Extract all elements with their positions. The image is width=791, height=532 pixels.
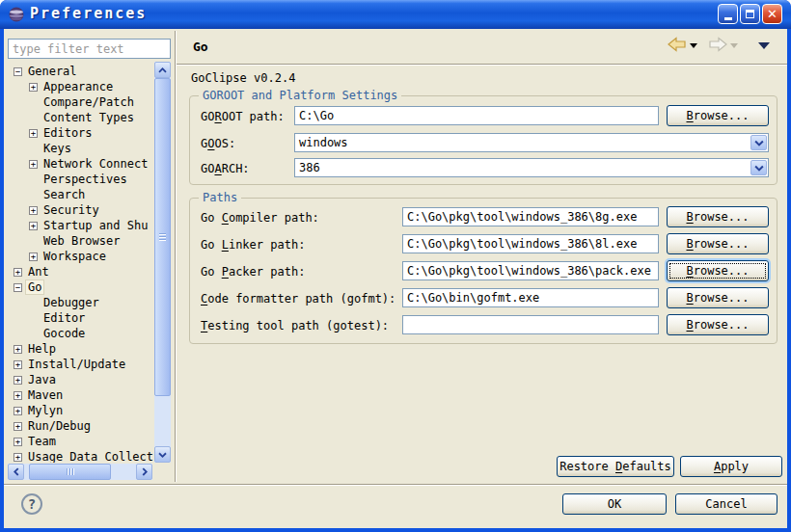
combo-dropdown-icon[interactable]: [750, 135, 767, 150]
expander-plus-icon[interactable]: +: [14, 345, 22, 354]
title-bar[interactable]: Preferences ✕: [0, 0, 791, 29]
tree-item-compare-patch[interactable]: Compare/Patch: [8, 94, 154, 110]
scroll-left-button[interactable]: [8, 464, 24, 480]
tree-item-workspace[interactable]: +Workspace: [8, 249, 154, 264]
tree-item-content-types[interactable]: Content Types: [8, 110, 154, 125]
go-packer-path-input[interactable]: [402, 261, 659, 280]
expander-minus-icon[interactable]: −: [14, 283, 22, 292]
scroll-down-button[interactable]: [154, 446, 171, 463]
close-button[interactable]: ✕: [762, 4, 782, 24]
ok-button[interactable]: OK: [562, 493, 667, 515]
tree-item-label: Compare/Patch: [41, 95, 136, 109]
tree-item-help[interactable]: +Help: [8, 341, 154, 357]
expander-plus-icon[interactable]: +: [29, 160, 38, 169]
tree-item-web-browser[interactable]: Web Browser: [8, 233, 154, 249]
tree-item-label: Mylyn: [26, 404, 65, 417]
tree-item-editor[interactable]: Editor: [8, 310, 154, 326]
formatter-browse-button[interactable]: Browse...: [667, 287, 769, 308]
tree-item-search[interactable]: Search: [8, 187, 154, 202]
tree-item-mylyn[interactable]: +Mylyn: [8, 403, 154, 418]
header-separator: [177, 64, 787, 65]
footer-separator: [4, 484, 787, 485]
testing-tool-path-input[interactable]: [402, 315, 659, 334]
minimize-button[interactable]: [718, 4, 738, 24]
tree-item-perspectives[interactable]: Perspectives: [8, 172, 154, 187]
expander-plus-icon[interactable]: +: [14, 268, 22, 277]
minimize-icon: [724, 17, 732, 20]
scroll-right-button[interactable]: [136, 464, 152, 480]
goarch-select[interactable]: 386: [294, 158, 769, 177]
code-formatter-path-input[interactable]: [402, 288, 659, 307]
code-formatter-path-label: Code formatter path (gofmt):: [201, 292, 396, 306]
tree-item-label: Install/Update: [26, 358, 127, 371]
expander-plus-icon[interactable]: +: [14, 376, 22, 385]
tree-item-debugger[interactable]: Debugger: [8, 295, 154, 310]
tree-item-maven[interactable]: +Maven: [8, 387, 154, 403]
expander-plus-icon[interactable]: +: [29, 83, 38, 92]
tree-item-label: Search: [41, 188, 87, 201]
goroot-browse-button[interactable]: Browse...: [667, 105, 769, 126]
apply-button[interactable]: Apply: [680, 456, 782, 477]
expander-plus-icon[interactable]: +: [14, 407, 22, 415]
goroot-path-label: GOROOT path:: [201, 110, 285, 123]
expander-plus-icon[interactable]: +: [29, 222, 38, 230]
go-linker-path-input[interactable]: [402, 234, 659, 253]
goroot-path-input[interactable]: [294, 106, 659, 125]
go-compiler-path-label: Go Compiler path:: [201, 211, 319, 225]
tree-item-install-update[interactable]: +Install/Update: [8, 357, 154, 372]
linker-browse-button[interactable]: Browse...: [667, 233, 769, 254]
restore-defaults-button[interactable]: Restore Defaults: [557, 456, 674, 477]
combo-dropdown-icon[interactable]: [750, 160, 767, 175]
tree-item-label: Usage Data Collect: [26, 450, 154, 463]
go-linker-path-label: Go Linker path:: [201, 238, 305, 252]
vertical-scroll-thumb[interactable]: [154, 78, 171, 396]
tree-item-label: Editors: [41, 126, 95, 140]
help-button[interactable]: ?: [21, 493, 42, 515]
tree-item-keys[interactable]: Keys: [8, 141, 154, 156]
tree-item-startup-and-shu[interactable]: +Startup and Shu: [8, 218, 154, 233]
back-arrow-icon[interactable]: [668, 36, 687, 53]
tree-item-editors[interactable]: +Editors: [8, 125, 154, 141]
expander-plus-icon[interactable]: +: [14, 438, 22, 446]
expander-minus-icon[interactable]: −: [14, 67, 22, 76]
view-menu-icon[interactable]: [758, 42, 770, 49]
packer-browse-button[interactable]: Browse...: [667, 260, 769, 281]
scroll-up-button[interactable]: [154, 62, 171, 78]
tree-item-java[interactable]: +Java: [8, 372, 154, 387]
expander-plus-icon[interactable]: +: [29, 253, 38, 261]
tree-horizontal-scrollbar[interactable]: [8, 464, 152, 480]
expander-plus-icon[interactable]: +: [14, 360, 22, 369]
filter-input[interactable]: [8, 39, 171, 59]
forward-dropdown-icon[interactable]: [730, 43, 738, 48]
tree-item-appearance[interactable]: +Appearance: [8, 79, 154, 94]
cancel-button[interactable]: Cancel: [675, 493, 777, 515]
goos-value: windows: [299, 136, 348, 149]
goos-select[interactable]: windows: [294, 133, 769, 152]
thumb-grip: [67, 468, 74, 475]
compiler-browse-button[interactable]: Browse...: [667, 206, 769, 227]
tree-vertical-scrollbar[interactable]: [154, 62, 171, 463]
tree-item-go[interactable]: −Go: [8, 279, 154, 295]
horizontal-scroll-thumb[interactable]: [29, 464, 111, 480]
testing-browse-button[interactable]: Browse...: [667, 314, 769, 335]
expander-plus-icon[interactable]: +: [29, 206, 38, 215]
go-compiler-path-input[interactable]: [402, 207, 659, 226]
maximize-button[interactable]: [740, 4, 760, 24]
tree-item-run-debug[interactable]: +Run/Debug: [8, 418, 154, 434]
expander-plus-icon[interactable]: +: [14, 391, 22, 400]
tree-item-general[interactable]: −General: [8, 64, 154, 79]
tree-item-network-connect[interactable]: +Network Connect: [8, 156, 154, 172]
tree-item-usage-data-collect[interactable]: +Usage Data Collect: [8, 449, 154, 463]
tree-item-security[interactable]: +Security: [8, 202, 154, 218]
tree-leaf-stub: [29, 314, 38, 323]
tree-item-ant[interactable]: +Ant: [8, 264, 154, 279]
expander-plus-icon[interactable]: +: [14, 422, 22, 431]
expander-plus-icon[interactable]: +: [29, 129, 38, 138]
tree-item-gocode[interactable]: Gocode: [8, 326, 154, 341]
tree-item-team[interactable]: +Team: [8, 434, 154, 449]
back-dropdown-icon[interactable]: [690, 43, 697, 48]
tree-item-label: Keys: [41, 142, 73, 155]
forward-arrow-icon[interactable]: [708, 36, 727, 53]
expander-plus-icon[interactable]: +: [14, 453, 22, 462]
tree-item-label: Appearance: [41, 80, 115, 93]
